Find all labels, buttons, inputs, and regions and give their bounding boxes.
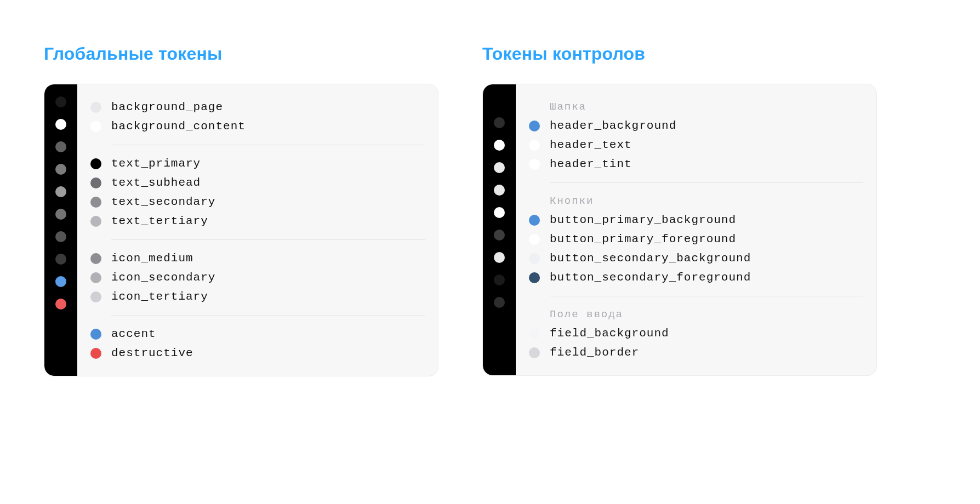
token-row: button_primary_background: [529, 210, 863, 230]
swatch-icon: [55, 119, 66, 130]
swatch-icon: [529, 272, 540, 283]
separator: [111, 315, 425, 316]
swatch-icon: [529, 140, 540, 151]
token-label: icon_secondary: [111, 271, 215, 284]
swatch-icon: [55, 254, 66, 265]
swatch-icon: [529, 159, 540, 170]
token-label: accent: [111, 328, 156, 340]
token-label: button_primary_background: [550, 214, 736, 226]
group-title: Поле ввода: [529, 305, 863, 324]
token-group: Шапкаheader_backgroundheader_textheader_…: [529, 94, 863, 177]
token-label: destructive: [111, 347, 193, 359]
swatch-icon: [55, 186, 66, 197]
control-tokens-column: Токены контролов Шапкаheader_backgroundh…: [482, 44, 877, 376]
token-row: field_border: [529, 343, 863, 362]
swatch-icon: [55, 299, 66, 310]
token-label: text_subhead: [111, 176, 201, 189]
token-row: icon_medium: [90, 249, 425, 268]
swatch-icon: [494, 162, 505, 173]
token-label: header_background: [550, 119, 676, 132]
section-title-global: Глобальные токены: [44, 44, 438, 64]
token-label: icon_medium: [111, 252, 193, 265]
token-label: header_text: [550, 139, 632, 151]
token-label: button_secondary_background: [550, 252, 751, 265]
token-label: field_border: [550, 346, 639, 359]
token-group: Кнопкиbutton_primary_backgroundbutton_pr…: [529, 188, 863, 290]
group-title: Кнопки: [529, 192, 863, 210]
token-group: accentdestructive: [90, 321, 425, 366]
separator: [550, 182, 863, 183]
light-theme-list: background_pagebackground_contenttext_pr…: [77, 84, 438, 376]
separator: [550, 296, 863, 296]
token-label: background_page: [111, 101, 223, 113]
token-label: text_secondary: [111, 196, 215, 208]
token-group: Поле вводаfield_backgroundfield_border: [529, 302, 863, 365]
token-row: button_secondary_background: [529, 249, 863, 268]
swatch-icon: [494, 207, 505, 218]
swatch-icon: [55, 96, 66, 107]
token-group: text_primarytext_subheadtext_secondaryte…: [90, 151, 425, 234]
swatch-icon: [90, 291, 101, 302]
swatch-icon: [90, 272, 101, 283]
token-label: text_tertiary: [111, 215, 208, 227]
swatch-icon: [55, 231, 66, 242]
token-row: accent: [90, 324, 425, 343]
swatch-icon: [494, 252, 505, 263]
swatch-icon: [55, 141, 66, 152]
swatch-icon: [529, 121, 540, 131]
dark-theme-strip: [483, 84, 516, 375]
swatch-icon: [529, 347, 540, 358]
token-row: background_page: [90, 98, 425, 117]
swatch-icon: [494, 117, 505, 128]
swatch-icon: [529, 328, 540, 339]
light-theme-list: Шапкаheader_backgroundheader_textheader_…: [516, 84, 876, 375]
swatch-icon: [90, 102, 101, 113]
diagram-root: Глобальные токены background_pagebackgro…: [0, 0, 980, 376]
swatch-icon: [494, 185, 505, 196]
token-row: text_tertiary: [90, 211, 425, 231]
swatch-icon: [55, 209, 66, 220]
token-group: icon_mediumicon_secondaryicon_tertiary: [90, 245, 425, 310]
token-row: text_secondary: [90, 192, 425, 211]
section-title-controls: Токены контролов: [482, 44, 877, 64]
separator: [111, 239, 425, 240]
token-row: icon_tertiary: [90, 287, 425, 306]
token-row: header_tint: [529, 154, 863, 174]
swatch-icon: [90, 216, 101, 227]
swatch-icon: [90, 177, 101, 188]
swatch-icon: [90, 158, 101, 169]
swatch-icon: [90, 121, 101, 132]
separator: [111, 145, 425, 145]
token-row: header_text: [529, 135, 863, 154]
swatch-icon: [90, 348, 101, 359]
token-row: background_content: [90, 117, 425, 136]
token-row: icon_secondary: [90, 268, 425, 287]
control-tokens-palette: Шапкаheader_backgroundheader_textheader_…: [482, 84, 877, 376]
swatch-icon: [55, 276, 66, 287]
token-label: icon_tertiary: [111, 290, 208, 303]
token-label: header_tint: [550, 158, 632, 170]
global-tokens-palette: background_pagebackground_contenttext_pr…: [44, 84, 438, 376]
token-row: header_background: [529, 116, 863, 135]
token-row: destructive: [90, 343, 425, 363]
swatch-icon: [55, 164, 66, 175]
token-label: button_secondary_foreground: [550, 271, 751, 284]
swatch-icon: [494, 274, 505, 285]
swatch-icon: [529, 234, 540, 245]
swatch-icon: [90, 197, 101, 208]
swatch-icon: [494, 297, 505, 308]
token-row: button_secondary_foreground: [529, 268, 863, 287]
token-row: text_primary: [90, 154, 425, 173]
global-tokens-column: Глобальные токены background_pagebackgro…: [44, 44, 438, 376]
swatch-icon: [90, 329, 101, 340]
swatch-icon: [494, 230, 505, 240]
token-row: button_primary_foreground: [529, 230, 863, 249]
token-label: button_primary_foreground: [550, 233, 736, 245]
token-group: background_pagebackground_content: [90, 94, 425, 139]
token-row: field_background: [529, 324, 863, 343]
group-title: Шапка: [529, 98, 863, 116]
swatch-icon: [494, 140, 505, 151]
token-row: text_subhead: [90, 173, 425, 192]
swatch-icon: [90, 253, 101, 264]
swatch-icon: [529, 215, 540, 226]
